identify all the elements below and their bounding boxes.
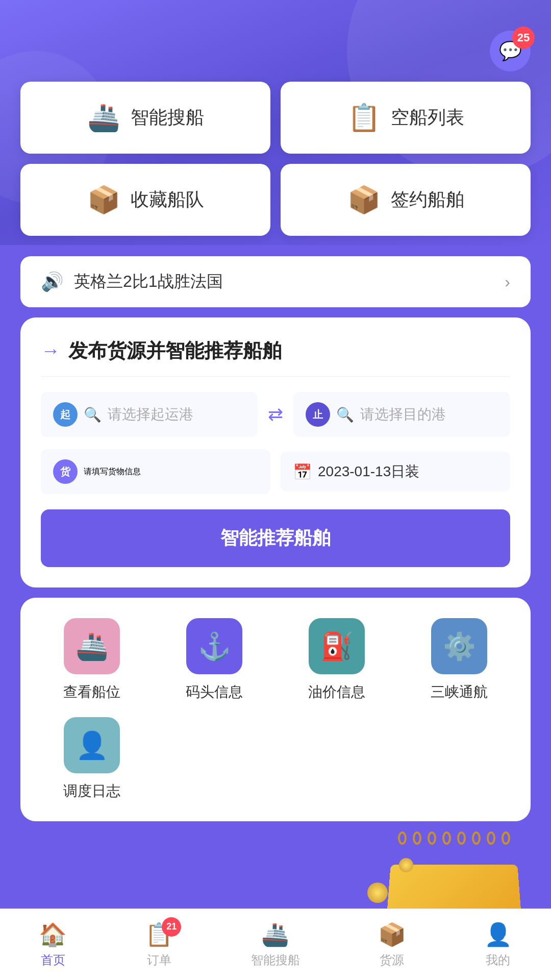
dest-search-icon: 🔍 (336, 406, 354, 423)
spiral-ring (487, 831, 495, 845)
bottom-navigation: 🏠 首页 📋 21 订单 🚢 智能搜船 📦 货源 👤 我的 (0, 909, 551, 980)
spiral-ring (442, 831, 451, 845)
nav-item-mine[interactable]: 👤 我的 (484, 921, 512, 968)
smart-search-nav-label: 智能搜船 (251, 952, 300, 968)
notification-badge: 25 (512, 27, 535, 49)
origin-search-icon: 🔍 (84, 406, 102, 423)
schedule-log-icon-wrap: 👤 (64, 717, 120, 773)
contract-button[interactable]: 📦 签约船舶 (281, 164, 531, 236)
orders-badge: 21 (162, 917, 181, 937)
quick-item-three-gorges[interactable]: ⚙️ 三峡通航 (398, 618, 520, 702)
contract-label: 签约船舶 (391, 187, 464, 212)
cargo-badge: 货 (53, 459, 78, 484)
date-value: 2023-01-13日装 (318, 462, 419, 481)
cargo-title-text: 发布货源并智能推荐船舶 (68, 338, 282, 364)
home-icon: 🏠 (39, 921, 67, 948)
three-gorges-icon: ⚙️ (443, 631, 476, 662)
dest-badge: 止 (306, 402, 330, 427)
ship-position-icon-wrap: 🚢 (64, 618, 120, 674)
main-content: 🚢 智能搜船 📋 空船列表 📦 收藏船队 📦 签约船舶 🔊 英格兰2比1战胜法国… (0, 0, 551, 980)
mine-icon: 👤 (484, 921, 512, 948)
nav-item-cargo[interactable]: 📦 货源 (378, 921, 406, 968)
cargo-info-field[interactable]: 货 请填写货物信息 (41, 449, 270, 494)
swap-icon: ⇄ (268, 404, 283, 425)
cargo-date-row: 货 请填写货物信息 📅 2023-01-13日装 (41, 449, 510, 494)
spiral-ring (472, 831, 481, 845)
quick-item-schedule-log[interactable]: 👤 调度日志 (31, 717, 153, 801)
contract-icon: 📦 (347, 184, 381, 215)
smart-search-button[interactable]: 🚢 智能搜船 (20, 82, 270, 154)
origin-badge: 起 (53, 402, 78, 427)
origin-port-field[interactable]: 起 🔍 请选择起运港 (41, 392, 258, 437)
spiral-ring (502, 831, 510, 845)
dock-info-icon-wrap: ⚓ (186, 618, 242, 674)
nav-item-home[interactable]: 🏠 首页 (39, 921, 67, 968)
top-grid: 🚢 智能搜船 📋 空船列表 📦 收藏船队 📦 签约船舶 (20, 82, 531, 236)
spiral-ring (413, 831, 421, 845)
coin-decoration (367, 883, 388, 903)
quick-access-card: 🚢 查看船位 ⚓ 码头信息 ⛽ 油价信息 ⚙️ 三峡通航 (20, 598, 531, 821)
smart-search-icon: 🚢 (87, 102, 120, 133)
smart-search-nav-icon: 🚢 (261, 921, 289, 948)
empty-list-label: 空船列表 (391, 105, 464, 130)
news-chevron-icon: › (505, 273, 510, 291)
spiral-ring (398, 831, 407, 845)
empty-list-icon: 📋 (347, 102, 381, 133)
port-row: 起 🔍 请选择起运港 ⇄ 止 🔍 请选择目的港 (41, 392, 510, 437)
notebook-spiral (398, 831, 510, 842)
cargo-card-title: → 发布货源并智能推荐船舶 (41, 338, 510, 377)
dock-info-label: 码头信息 (186, 682, 243, 702)
news-text: 英格兰2比1战胜法国 (74, 271, 494, 293)
spiral-ring (457, 831, 466, 845)
quick-item-ship-position[interactable]: 🚢 查看船位 (31, 618, 153, 702)
schedule-log-icon: 👤 (76, 730, 109, 761)
nav-item-orders[interactable]: 📋 21 订单 (145, 921, 173, 968)
quick-item-dock-info[interactable]: ⚓ 码头信息 (153, 618, 276, 702)
home-nav-label: 首页 (41, 952, 65, 968)
calendar-icon: 📅 (293, 463, 312, 481)
empty-list-button[interactable]: 📋 空船列表 (281, 82, 531, 154)
quick-item-oil-price[interactable]: ⛽ 油价信息 (276, 618, 398, 702)
mine-nav-label: 我的 (486, 952, 510, 968)
ship-position-label: 查看船位 (63, 682, 120, 702)
news-ticker[interactable]: 🔊 英格兰2比1战胜法国 › (20, 256, 531, 307)
favorites-button[interactable]: 📦 收藏船队 (20, 164, 270, 236)
cargo-placeholder: 请填写货物信息 (84, 467, 141, 477)
date-field[interactable]: 📅 2023-01-13日装 (281, 452, 510, 492)
dock-info-icon: ⚓ (198, 631, 231, 662)
schedule-log-label: 调度日志 (63, 781, 120, 801)
favorites-icon: 📦 (87, 184, 120, 215)
smart-search-label: 智能搜船 (131, 105, 204, 130)
nav-item-smart-search[interactable]: 🚢 智能搜船 (251, 921, 300, 968)
three-gorges-label: 三峡通航 (431, 682, 488, 702)
cargo-icon: 📦 (378, 921, 406, 948)
coin-small-decoration (399, 858, 413, 872)
favorites-label: 收藏船队 (131, 187, 204, 212)
cargo-nav-label: 货源 (380, 952, 404, 968)
speaker-icon: 🔊 (41, 271, 64, 292)
quick-grid: 🚢 查看船位 ⚓ 码头信息 ⛽ 油价信息 ⚙️ 三峡通航 (31, 618, 520, 801)
dest-placeholder: 请选择目的港 (360, 405, 446, 424)
cargo-form-card: → 发布货源并智能推荐船舶 起 🔍 请选择起运港 ⇄ 止 🔍 请选择目的港 货 … (20, 317, 531, 587)
oil-price-label: 油价信息 (308, 682, 365, 702)
ship-position-icon: 🚢 (76, 631, 109, 662)
oil-price-icon: ⛽ (320, 631, 354, 662)
oil-price-icon-wrap: ⛽ (309, 618, 365, 674)
dest-port-field[interactable]: 止 🔍 请选择目的港 (293, 392, 510, 437)
arrow-right-icon: → (41, 340, 60, 362)
three-gorges-icon-wrap: ⚙️ (431, 618, 487, 674)
orders-nav-label: 订单 (147, 952, 171, 968)
spiral-ring (428, 831, 436, 845)
origin-placeholder: 请选择起运港 (108, 405, 193, 424)
notification-button[interactable]: 💬 25 (490, 31, 531, 71)
recommend-submit-button[interactable]: 智能推荐船舶 (41, 509, 510, 567)
